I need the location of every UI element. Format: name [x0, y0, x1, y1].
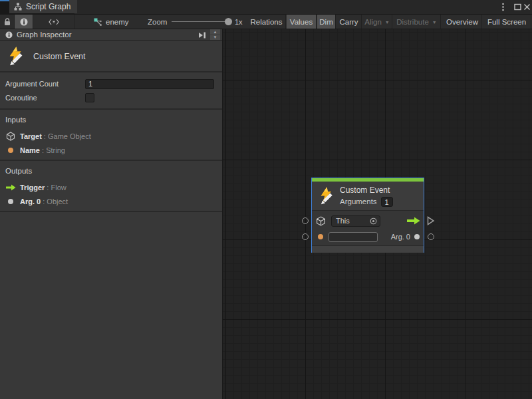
argument-count-input[interactable]: [85, 79, 214, 89]
port-name: Trigger: [20, 184, 45, 192]
maximize-icon[interactable]: [513, 2, 522, 13]
port-type: : Object: [41, 198, 68, 205]
dock-toggle-button[interactable]: [197, 30, 207, 40]
code-icon: [49, 19, 59, 25]
input-row-name: Name : String: [5, 143, 222, 157]
output-port-trigger[interactable]: [427, 216, 435, 225]
toolbar-button-label: Align: [364, 18, 382, 26]
argument-count-label: Argument Count: [5, 80, 85, 88]
input-port-target[interactable]: [302, 217, 309, 224]
orange-dot-icon[interactable]: [318, 234, 323, 239]
toolbar-button-label: Values: [290, 18, 313, 26]
input-row-target: Target : Game Object: [5, 129, 222, 143]
outputs-section: Outputs Trigger : Flow Arg. 0 : Object: [0, 161, 222, 208]
output-row-trigger: Trigger : Flow: [5, 180, 222, 194]
flow-arrow-icon[interactable]: [407, 217, 420, 225]
input-port-name[interactable]: [302, 233, 309, 240]
toolbar-button-carry[interactable]: Carry: [336, 15, 362, 29]
event-name-input[interactable]: [329, 232, 378, 242]
coroutine-label: Coroutine: [5, 94, 85, 102]
breadcrumb-graph[interactable]: enemy: [93, 15, 129, 29]
gray-dot-icon: [5, 199, 16, 204]
dock-icon: [198, 32, 206, 39]
script-graph-asset-icon: [93, 17, 102, 27]
toolbar-button-values[interactable]: Values: [287, 15, 317, 29]
target-value: This: [336, 217, 370, 225]
info-icon: [20, 18, 28, 26]
toolbar-button-distribute[interactable]: Distribute▼: [393, 15, 441, 29]
chevron-down-icon: ▼: [385, 20, 390, 25]
zoom-value: 1x: [235, 15, 243, 29]
node-title: Custom Event: [340, 186, 393, 195]
graph-icon: [14, 3, 22, 11]
scroll-down-icon[interactable]: ▼: [210, 35, 220, 41]
lock-button[interactable]: [0, 15, 15, 29]
toolbar-button-label: Relations: [251, 18, 283, 26]
gray-dot-icon[interactable]: [414, 234, 420, 239]
output-row-arg0: Arg. 0 : Object: [5, 194, 222, 208]
cube-icon: [316, 216, 326, 226]
port-name: Name: [20, 146, 40, 154]
close-icon[interactable]: [522, 2, 531, 13]
custom-event-node[interactable]: Custom Event Arguments 1 This: [311, 178, 424, 253]
inspector-title: Graph Inspector: [17, 31, 71, 39]
graph-inspector-panel: Graph Inspector ▲ ▼ Custom Event Argumen…: [0, 29, 223, 399]
scroll-spinner[interactable]: ▲ ▼: [210, 29, 220, 41]
toolbar-button-dim[interactable]: Dim: [317, 15, 336, 29]
custom-event-icon: [8, 45, 25, 67]
inspector-toggle-button[interactable]: [15, 15, 33, 29]
graph-name: enemy: [106, 18, 129, 26]
custom-event-icon: [319, 186, 334, 205]
tab-script-graph[interactable]: Script Graph: [9, 0, 77, 13]
toolbar-button-overview[interactable]: Overview: [443, 15, 482, 29]
orange-dot-icon: [5, 148, 16, 153]
toolbar-button-label: Full Screen: [487, 18, 526, 26]
code-view-button[interactable]: [33, 15, 74, 29]
toolbar-button-label: Dim: [319, 18, 332, 26]
outputs-title: Outputs: [5, 167, 222, 175]
argument-count-row: Argument Count: [5, 78, 214, 89]
info-icon: [5, 31, 13, 39]
menu-dots-icon[interactable]: [498, 2, 507, 13]
toolbar-button-align[interactable]: Align▼: [362, 15, 392, 29]
inputs-title: Inputs: [5, 116, 222, 124]
coroutine-row: Coroutine: [5, 92, 214, 103]
graph-canvas[interactable]: Custom Event Arguments 1 This: [223, 29, 532, 399]
inspector-event-section: Custom Event: [0, 41, 222, 71]
output-port-arg0[interactable]: [428, 233, 434, 240]
zoom-slider-knob[interactable]: [225, 18, 232, 25]
toolbar-button-label: Carry: [339, 18, 358, 26]
inspector-header: Graph Inspector ▲ ▼: [0, 29, 222, 41]
chevron-down-icon: ▼: [432, 20, 437, 25]
lock-icon: [4, 18, 11, 26]
toolbar-button-full-screen[interactable]: Full Screen: [483, 15, 531, 29]
node-arguments-label: Arguments: [340, 198, 377, 205]
target-dropdown[interactable]: This: [331, 215, 380, 227]
port-type: : Game Object: [42, 132, 91, 140]
toolbar-button-label: Overview: [446, 18, 478, 26]
node-header[interactable]: Custom Event Arguments 1: [312, 182, 424, 211]
port-type: : Flow: [45, 184, 66, 192]
object-picker-icon[interactable]: [370, 217, 377, 225]
inspector-event-title: Custom Event: [33, 52, 86, 61]
title-bar: Script Graph: [0, 0, 532, 15]
port-type: : String: [40, 146, 65, 154]
port-name: Target: [20, 132, 42, 140]
node-footer: [312, 245, 424, 253]
toolbar-button-label: Distribute: [396, 18, 429, 26]
arg-output-label: Arg. 0: [391, 233, 410, 241]
scroll-up-icon[interactable]: ▲: [210, 29, 220, 35]
coroutine-checkbox[interactable]: [85, 93, 94, 102]
zoom-label: Zoom: [148, 15, 167, 29]
toolbar-button-relations[interactable]: Relations: [247, 15, 286, 29]
flow-arrow-icon: [5, 184, 16, 191]
inputs-section: Inputs Target : Game Object Name : Strin…: [0, 110, 222, 157]
zoom-slider-track[interactable]: [172, 21, 230, 22]
cube-icon: [5, 132, 16, 141]
toolbar: enemy Zoom 1x RelationsValuesDimCarryAli…: [0, 15, 532, 29]
port-name: Arg. 0: [20, 198, 41, 205]
node-arguments-badge[interactable]: 1: [381, 197, 393, 207]
tab-label: Script Graph: [26, 2, 70, 11]
